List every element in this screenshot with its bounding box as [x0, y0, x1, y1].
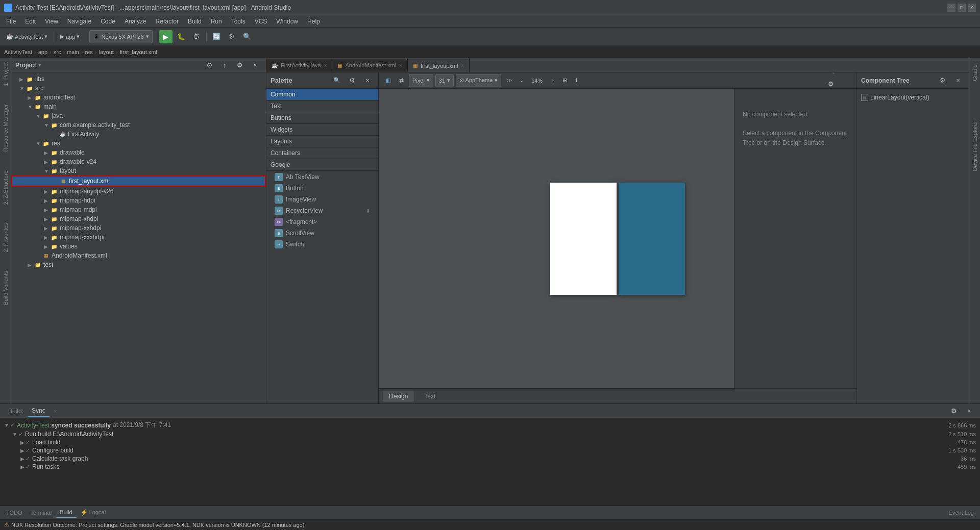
project-expand-icon[interactable]: ↕ [218, 59, 231, 72]
breadcrumb-item[interactable]: src [54, 49, 61, 55]
build-row-run-build[interactable]: ▼ ✓ Run build E:\Android\ActivityTest 2 … [0, 430, 980, 438]
menu-refactor[interactable]: Refactor [152, 17, 183, 26]
breadcrumb-item[interactable]: ActivityTest [4, 49, 32, 55]
tree-item-androidtest[interactable]: ▶ 📁 androidTest [11, 93, 266, 102]
build-variants-label[interactable]: Build Variants [2, 267, 10, 309]
palette-category-widgets[interactable]: Widgets [266, 124, 378, 136]
palette-item-button[interactable]: B Button [266, 183, 378, 194]
canvas-orientation-btn[interactable]: ⇄ [396, 74, 407, 87]
project-dropdown-arrow[interactable]: ▾ [38, 62, 41, 68]
tree-item-src[interactable]: ▼ 📁 src [11, 84, 266, 93]
menu-navigate[interactable]: Navigate [63, 17, 95, 26]
build-row-main[interactable]: ▼ ✓ Activity-Test: synced successfully a… [0, 420, 980, 430]
maximize-button[interactable]: □ [958, 4, 966, 12]
palette-category-containers[interactable]: Containers [266, 147, 378, 159]
canvas-zoom-fit-btn[interactable]: ⊞ [559, 74, 570, 87]
component-linearlayout[interactable]: ▤ LinearLayout(vertical) [861, 93, 965, 102]
canvas-zoom-out-btn[interactable]: - [518, 74, 526, 87]
build-row-configure-build[interactable]: ▶ ✓ Configure build 1 s 530 ms [0, 446, 980, 455]
menu-run[interactable]: Run [207, 17, 226, 26]
palette-category-common[interactable]: Common [266, 89, 378, 100]
tab-close-layout[interactable]: × [461, 63, 464, 68]
tree-item-firstactivity[interactable]: ▶ ☕ FirstActivity [11, 130, 266, 139]
palette-item-recyclerview[interactable]: R RecyclerView ⬇ [266, 205, 378, 216]
breadcrumb-item[interactable]: res [85, 49, 93, 55]
tree-item-package[interactable]: ▼ 📁 com.example.activity_test [11, 120, 266, 130]
palette-search-icon[interactable]: 🔍 [330, 74, 344, 87]
toolbar-project-btn[interactable]: ☕ ActivityTest ▾ [3, 30, 51, 43]
menu-file[interactable]: File [2, 17, 20, 26]
tree-item-drawable[interactable]: ▶ 📁 drawable [11, 148, 266, 157]
palette-category-text[interactable]: Text [266, 100, 378, 112]
component-tree-settings-icon[interactable]: ⚙ [936, 74, 949, 87]
breadcrumb-item[interactable]: layout [99, 49, 114, 55]
palette-close-icon[interactable]: × [361, 74, 374, 87]
tab-sync[interactable]: Sync [28, 405, 50, 417]
toolbar-app-btn[interactable]: ▶ app ▾ [57, 30, 83, 43]
tab-first-layout[interactable]: ▦ first_layout.xml × [408, 59, 470, 72]
palette-item-fragment[interactable]: <> <fragment> [266, 216, 378, 228]
canvas-zoom-in-btn[interactable]: + [548, 74, 557, 87]
tab-close-manifest[interactable]: × [399, 63, 402, 68]
tab-text[interactable]: Text [418, 391, 442, 402]
build-row-load-build[interactable]: ▶ ✓ Load build 476 ms [0, 438, 980, 446]
palette-item-switch[interactable]: ↔ Switch [266, 239, 378, 250]
gradle-label[interactable]: Gradle [971, 60, 979, 85]
tab-design[interactable]: Design [383, 391, 414, 402]
breadcrumb-item[interactable]: first_layout.xml [120, 49, 157, 55]
event-log-btn[interactable]: Event Log [944, 508, 978, 518]
breadcrumb-item[interactable]: main [67, 49, 79, 55]
palette-item-imageview[interactable]: I ImageView [266, 194, 378, 205]
tree-item-androidmanifest[interactable]: ▶ ▦ AndroidManifest.xml [11, 251, 266, 260]
tab-android-manifest[interactable]: ▦ AndroidManifest.xml × [332, 59, 408, 72]
canvas-mode-btn[interactable]: ◧ [383, 74, 394, 87]
breadcrumb-item[interactable]: app [38, 49, 47, 55]
canvas-info-btn[interactable]: ℹ [572, 74, 580, 87]
toolbar-device-dropdown[interactable]: 📱 Nexus 5X API 26 ▾ [89, 30, 152, 43]
sync-button[interactable]: 🔄 [210, 30, 223, 43]
tree-item-mipmap-xhdpi[interactable]: ▶ 📁 mipmap-xhdpi [11, 214, 266, 223]
search-toolbar-btn[interactable]: 🔍 [240, 30, 254, 43]
menu-build[interactable]: Build [184, 17, 206, 26]
tree-item-mipmap-anydpi[interactable]: ▶ 📁 mipmap-anydpi-v26 [11, 187, 266, 196]
component-tree-close-icon[interactable]: × [951, 74, 965, 87]
tree-item-mipmap-mdpi[interactable]: ▶ 📁 mipmap-mdpi [11, 205, 266, 214]
tab-terminal[interactable]: Terminal [27, 508, 56, 518]
tab-logcat[interactable]: ⚡ Logcat [77, 507, 110, 518]
tree-item-values[interactable]: ▶ 📁 values [11, 242, 266, 251]
menu-edit[interactable]: Edit [21, 17, 40, 26]
canvas-api-dropdown[interactable]: 31 ▾ [435, 74, 454, 87]
build-row-run-tasks[interactable]: ▶ ✓ Run tasks 459 ms [0, 463, 980, 471]
tree-item-libs[interactable]: ▶ 📁 libs [11, 74, 266, 84]
minimize-button[interactable]: — [947, 4, 955, 12]
build-settings-icon[interactable]: ⚙ [947, 405, 961, 418]
menu-tools[interactable]: Tools [227, 17, 250, 26]
canvas-theme-dropdown[interactable]: ⊙ AppTheme ▾ [456, 74, 501, 87]
device-file-explorer-label[interactable]: Device File Explorer [971, 117, 979, 175]
menu-view[interactable]: View [41, 17, 62, 26]
tree-item-layout[interactable]: ▼ 📁 layout [11, 166, 266, 175]
build-close-icon[interactable]: × [963, 405, 976, 418]
project-close-icon[interactable]: × [249, 59, 262, 72]
build-row-calculate-tasks[interactable]: ▶ ✓ Calculate task graph 36 ms [0, 455, 980, 463]
palette-settings-icon[interactable]: ⚙ [346, 74, 359, 87]
tree-item-drawable-v24[interactable]: ▶ 📁 drawable-v24 [11, 157, 266, 166]
device-preview-blue[interactable] [619, 183, 685, 295]
canvas-locale-btn[interactable]: ≫ [503, 74, 516, 87]
palette-category-layouts[interactable]: Layouts [266, 136, 378, 147]
tree-item-mipmap-xxhdpi[interactable]: ▶ 📁 mipmap-xxhdpi [11, 223, 266, 233]
project-settings-icon[interactable]: ⚙ [233, 59, 247, 72]
z-structure-label[interactable]: 2: Z-Structure [2, 166, 10, 209]
tree-item-main[interactable]: ▼ 📁 main [11, 102, 266, 111]
palette-item-scrollview[interactable]: S ScrollView [266, 228, 378, 239]
resource-manager-label[interactable]: Resource Manager [2, 100, 10, 156]
settings-toolbar-btn[interactable]: ⚙ [225, 30, 238, 43]
close-button[interactable]: × [968, 4, 976, 12]
tree-item-test[interactable]: ▶ 📁 test [11, 260, 266, 269]
menu-help[interactable]: Help [303, 17, 324, 26]
device-preview-white[interactable] [550, 183, 617, 295]
tab-first-activity[interactable]: ☕ FirstActivity.java × [266, 59, 332, 72]
palette-category-google[interactable]: Google [266, 159, 378, 171]
menu-window[interactable]: Window [272, 17, 302, 26]
menu-code[interactable]: Code [96, 17, 119, 26]
